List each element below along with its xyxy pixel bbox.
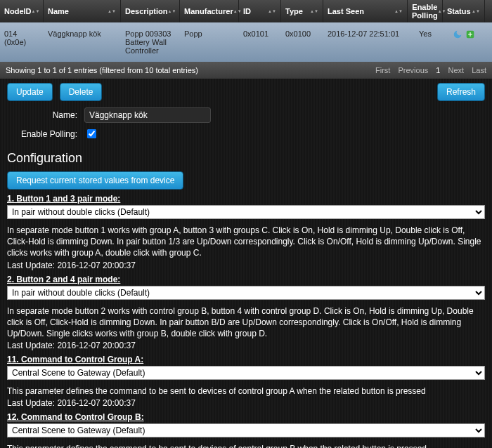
config-param: 2. Button 2 and 4 pair mode:In pair with… <box>0 270 492 351</box>
pager-last[interactable]: Last <box>472 66 486 74</box>
cell-id: 0x0101 <box>239 22 281 62</box>
table-header: NodeID▲▼ Name▲▼ Description▲▼ Manufactur… <box>0 0 492 22</box>
pager-page[interactable]: 1 <box>436 66 440 74</box>
param-label: 11. Command to Control Group A: <box>7 355 485 364</box>
th-last-seen[interactable]: Last Seen▲▼ <box>323 0 408 22</box>
cell-desc: Popp 009303 Battery Wall Controller <box>121 22 180 62</box>
polling-checkbox[interactable] <box>87 129 96 138</box>
table-footer: Showing 1 to 1 of 1 entries (filtered fr… <box>0 62 492 79</box>
param-select[interactable]: Central Scene to Gateway (Default) <box>7 423 485 437</box>
cell-nodeid: 014 (0x0e) <box>0 22 44 62</box>
th-description[interactable]: Description▲▼ <box>121 0 180 22</box>
th-status[interactable]: Status▲▼ <box>443 0 485 22</box>
param-label: 1. Button 1 and 3 pair mode: <box>7 194 485 204</box>
param-label: 2. Button 2 and 4 pair mode: <box>7 275 485 284</box>
param-description: This parameter defines the command to be… <box>7 443 485 448</box>
th-enable-polling[interactable]: Enable Polling▲▼ <box>408 0 443 22</box>
update-button[interactable]: Update <box>7 83 53 101</box>
param-last-update: Last Update: 2016-12-07 20:00:37 <box>7 398 485 408</box>
param-select[interactable]: In pair without double clicks (Default) <box>7 205 485 219</box>
param-select[interactable]: Central Scene to Gateway (Default) <box>7 366 485 380</box>
config-param: 1. Button 1 and 3 pair mode:In pair with… <box>0 190 492 270</box>
param-last-update: Last Update: 2016-12-07 20:00:37 <box>7 341 485 350</box>
polling-label: Enable Polling: <box>7 129 77 139</box>
refresh-button[interactable]: Refresh <box>437 83 485 101</box>
delete-button[interactable]: Delete <box>60 83 103 101</box>
table-row[interactable]: 014 (0x0e) Väggknapp kök Popp 009303 Bat… <box>0 22 492 62</box>
param-description: This parameter defines the command to be… <box>7 386 485 397</box>
table-entries-info: Showing 1 to 1 of 1 entries (filtered fr… <box>6 66 198 74</box>
pager-prev[interactable]: Previous <box>398 66 428 74</box>
sort-icon: ▲▼ <box>472 10 480 13</box>
pager-first[interactable]: First <box>375 66 390 74</box>
sort-icon: ▲▼ <box>32 10 40 13</box>
cell-name: Väggknapp kök <box>44 22 121 62</box>
param-description: In separate mode button 1 works with gro… <box>7 225 485 259</box>
th-manufacturer[interactable]: Manufacturer▲▼ <box>180 0 239 22</box>
pager: First Previous 1 Next Last <box>370 66 486 74</box>
cell-poll: Yes <box>408 22 443 62</box>
param-last-update: Last Update: 2016-12-07 20:00:37 <box>7 261 485 270</box>
sort-icon: ▲▼ <box>310 10 318 13</box>
th-id[interactable]: ID▲▼ <box>239 0 281 22</box>
sort-icon: ▲▼ <box>168 10 176 13</box>
request-values-button[interactable]: Request current stored values from devic… <box>7 171 183 190</box>
th-nodeid[interactable]: NodeID▲▼ <box>0 0 44 22</box>
cell-status <box>443 22 485 62</box>
configuration-heading: Configuration <box>0 143 492 171</box>
pager-next[interactable]: Next <box>448 66 465 74</box>
action-bar: Update Delete Refresh <box>0 79 492 105</box>
plus-icon <box>465 29 475 39</box>
name-input[interactable] <box>84 107 211 123</box>
th-type[interactable]: Type▲▼ <box>281 0 323 22</box>
config-param: 12. Command to Control Group B:Central S… <box>0 408 492 448</box>
cell-manu: Popp <box>180 22 239 62</box>
th-name[interactable]: Name▲▼ <box>44 0 121 22</box>
param-description: In separate mode button 2 works with con… <box>7 305 485 340</box>
cell-last: 2016-12-07 22:51:01 <box>323 22 408 62</box>
sort-icon: ▲▼ <box>108 10 116 13</box>
cell-type: 0x0100 <box>281 22 323 62</box>
config-param: 11. Command to Control Group A:Central S… <box>0 350 492 408</box>
param-label: 12. Command to Control Group B: <box>7 412 485 422</box>
sort-icon: ▲▼ <box>268 10 276 13</box>
name-label: Name: <box>7 110 77 120</box>
moon-icon <box>453 29 462 39</box>
param-select[interactable]: In pair without double clicks (Default) <box>7 286 485 300</box>
sort-icon: ▲▼ <box>394 10 403 13</box>
